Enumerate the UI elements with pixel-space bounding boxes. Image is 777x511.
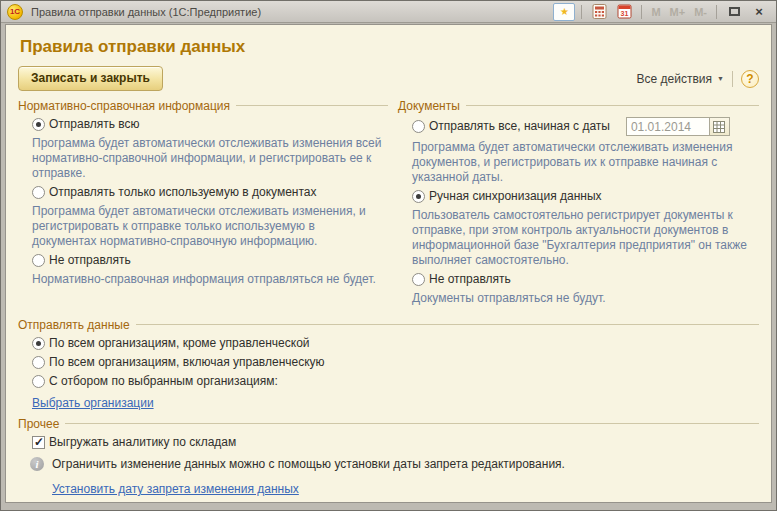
radio-option-send-all-docs[interactable]: Отправлять все, начиная с даты [412, 117, 759, 136]
section-rule [236, 105, 388, 106]
memory-m-plus-button[interactable]: M+ [667, 3, 689, 21]
window-title: Правила отправки данных (1С:Предприятие) [31, 6, 261, 18]
section-title-other: Прочее [18, 417, 59, 431]
section-title-send-data: Отправлять данные [18, 318, 130, 332]
start-date-field[interactable] [626, 117, 710, 136]
memory-m-button[interactable]: M [648, 3, 663, 21]
page-title: Правила отправки данных [20, 37, 759, 57]
radio-option-all-orgs-except-managerial[interactable]: По всем организациям, кроме управленческ… [32, 336, 759, 351]
titlebar-separator [716, 5, 717, 19]
two-column-area: Нормативно-справочная информация Отправл… [18, 98, 759, 310]
radio-option-all-orgs-including-managerial[interactable]: По всем организациям, включая управленче… [32, 355, 759, 370]
radio-option-manual-sync[interactable]: Ручная синхронизация данных [412, 189, 759, 204]
choose-organizations-link[interactable]: Выбрать организации [32, 396, 154, 410]
radio-option-send-all-nsi[interactable]: Отправлять всю [32, 117, 388, 132]
option-description: Программа будет автоматически отслеживат… [412, 140, 753, 185]
section-rule [65, 423, 759, 424]
titlebar-separator [581, 5, 582, 19]
close-button[interactable]: × [748, 3, 770, 21]
close-icon: × [755, 4, 763, 19]
option-description: Документы отправляться не будут. [412, 291, 753, 306]
radio-icon[interactable] [32, 356, 45, 369]
option-description: Пользователь самостоятельно регистрирует… [412, 208, 753, 268]
radio-icon[interactable] [32, 118, 45, 131]
info-icon: i [30, 457, 44, 471]
date-picker-button[interactable] [710, 117, 730, 136]
info-message: i Ограничить изменение данных можно с по… [30, 457, 759, 471]
option-description: Нормативно-справочная информация отправл… [32, 272, 382, 287]
app-window: 1С Правила отправки данных (1С:Предприят… [0, 0, 777, 511]
option-description: Программа будет автоматически отслеживат… [32, 204, 382, 249]
titlebar-separator [641, 5, 642, 19]
command-bar-separator [732, 71, 733, 87]
section-title-nsi: Нормативно-справочная информация [18, 99, 230, 113]
help-button[interactable]: ? [741, 70, 759, 88]
maximize-icon [729, 7, 740, 16]
radio-icon[interactable] [32, 186, 45, 199]
radio-icon[interactable] [412, 273, 425, 286]
section-rule [136, 324, 759, 325]
radio-option-no-send-nsi[interactable]: Не отправлять [32, 253, 388, 268]
1c-logo-icon: 1С [7, 4, 23, 20]
titlebar[interactable]: 1С Правила отправки данных (1С:Предприят… [1, 1, 776, 23]
save-and-close-button[interactable]: Записать и закрыть [18, 66, 163, 91]
radio-option-no-send-docs[interactable]: Не отправлять [412, 272, 759, 287]
calculator-icon[interactable] [588, 3, 610, 21]
set-restriction-date-link[interactable]: Установить дату запрета изменения данных [52, 482, 299, 496]
form-content: Правила отправки данных Записать и закры… [5, 24, 772, 503]
checkbox-icon[interactable] [32, 436, 45, 449]
radio-icon[interactable] [32, 254, 45, 267]
checkbox-export-warehouse-analytics[interactable]: Выгружать аналитику по складам [32, 435, 759, 450]
favorites-icon[interactable]: ★ [553, 3, 575, 21]
radio-icon[interactable] [32, 337, 45, 350]
calendar-grid-icon [713, 121, 725, 133]
section-send-data: Отправлять данные По всем организациям, … [18, 317, 759, 409]
radio-option-selected-orgs[interactable]: С отбором по выбранным организациям: [32, 374, 759, 389]
radio-icon[interactable] [32, 375, 45, 388]
chevron-down-icon: ▼ [717, 75, 724, 82]
section-nsi: Нормативно-справочная информация Отправл… [18, 98, 388, 310]
command-bar: Записать и закрыть Все действия ▼ ? [18, 66, 759, 91]
section-documents: Документы Отправлять все, начиная с даты… [398, 98, 759, 310]
memory-m-minus-button[interactable]: M- [691, 3, 710, 21]
option-description: Программа будет автоматически отслеживат… [32, 136, 382, 181]
calendar-icon[interactable]: 31 [613, 3, 635, 21]
radio-icon[interactable] [412, 120, 425, 133]
section-title-documents: Документы [398, 99, 460, 113]
all-actions-button[interactable]: Все действия ▼ [637, 72, 724, 86]
section-rule [466, 105, 759, 106]
radio-icon[interactable] [412, 190, 425, 203]
maximize-button[interactable] [723, 3, 745, 21]
section-other: Прочее Выгружать аналитику по складам i … [18, 416, 759, 495]
svg-text:31: 31 [621, 10, 629, 17]
radio-option-send-used-nsi[interactable]: Отправлять только используемую в докумен… [32, 185, 388, 200]
